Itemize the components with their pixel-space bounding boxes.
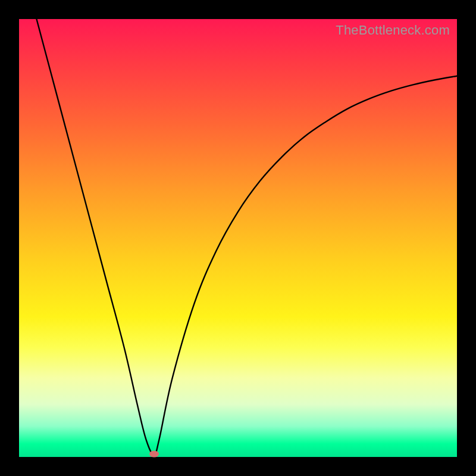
curve-svg bbox=[19, 19, 457, 457]
bottleneck-curve-path bbox=[36, 19, 457, 455]
plot-area: TheBottleneck.com bbox=[19, 19, 457, 457]
chart-frame: TheBottleneck.com bbox=[0, 0, 476, 476]
watermark-text: TheBottleneck.com bbox=[336, 23, 450, 38]
minimum-marker bbox=[149, 450, 159, 457]
